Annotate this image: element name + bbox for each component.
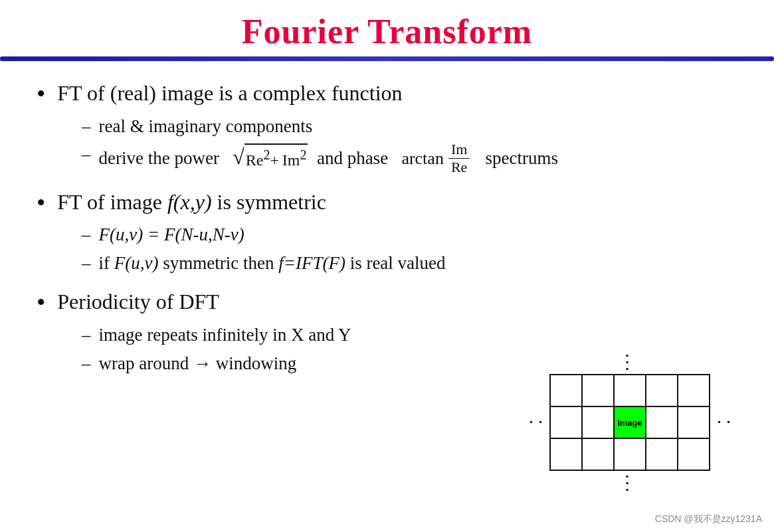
cell-empty (550, 375, 582, 406)
sub-dash-1-1: – (82, 113, 91, 140)
sub-bullet-3-1: – image repeats infinitely in X and Y (82, 321, 737, 349)
cell-empty (646, 406, 678, 438)
grid-diagram: ⋮ · · Image (522, 353, 737, 492)
sub-bullet-1-1: – real & imaginary components (82, 113, 737, 140)
bullet-text-2: FT of image f(x,y) is symmetric (57, 189, 326, 217)
title-divider (0, 56, 774, 61)
fraction-im-re: Im Re (448, 141, 470, 177)
sub-bullet-2-2: – if F(u,v) symmetric then f=IFT(F) is r… (82, 250, 737, 277)
sub-text-2-1: F(u,v) = F(N-u,N-v) (99, 221, 244, 248)
cell-empty (582, 438, 614, 470)
title-area: Fourier Transform (0, 0, 774, 56)
table-row (550, 375, 710, 406)
bullet-text-3: Periodicity of DFT (57, 288, 219, 316)
cell-image: Image (614, 406, 646, 438)
bullet-dot-1: • (37, 81, 45, 106)
cell-empty (678, 438, 710, 470)
sub-text-3-1: image repeats infinitely in X and Y (99, 321, 351, 349)
sub-text-2-2: if F(u,v) symmetric then f=IFT(F) is rea… (99, 250, 446, 277)
sub-dash-1-2: – (82, 141, 91, 168)
grid-dots-top: ⋮ (618, 353, 642, 371)
watermark: CSDN @我不是zzy1231A (655, 513, 762, 525)
sub-text-3-2: wrap around → windowing (99, 350, 297, 377)
sub-dash-2-1: – (82, 221, 91, 248)
slide-title: Fourier Transform (242, 13, 532, 50)
sub-text-1-1: real & imaginary components (99, 113, 313, 140)
fift-italic: f=IFT(F) (278, 253, 345, 273)
section-1: • FT of (real) image is a complex functi… (37, 80, 737, 177)
grid-dots-right: · · (717, 412, 731, 433)
cell-empty (582, 406, 614, 438)
fraction-denominator: Re (448, 159, 470, 176)
bullet-dot-2: • (37, 190, 45, 215)
bullet-main-1: • FT of (real) image is a complex functi… (37, 80, 737, 108)
fuv-italic: F(u,v) (114, 253, 159, 273)
arctan-group: arctan Im Re (401, 141, 472, 177)
content-area: • FT of (real) image is a complex functi… (0, 73, 774, 395)
slide-container: Fourier Transform • FT of (real) image i… (0, 0, 774, 532)
cell-empty (646, 438, 678, 470)
cell-empty (550, 406, 582, 438)
fraction-numerator: Im (448, 141, 470, 159)
cell-empty (550, 438, 582, 470)
cell-empty (614, 438, 646, 470)
sub-dash-3-2: – (82, 350, 91, 377)
bullet-main-3: • Periodicity of DFT (37, 288, 737, 316)
grid-dots-bottom: ⋮ (618, 474, 642, 492)
bullet-text-1: FT of (real) image is a complex function (57, 80, 402, 108)
sqrt-wrapper: √ Re2+ Im2 (233, 143, 308, 171)
sub-bullet-1-2: – derive the power √ Re2+ Im2 and phase … (82, 141, 737, 177)
sub-dash-2-2: – (82, 250, 91, 277)
sub-bullets-2: – F(u,v) = F(N-u,N-v) – if F(u,v) symmet… (82, 221, 737, 276)
spectrums-text: spectrums (476, 148, 558, 168)
bullet-main-2: • FT of image f(x,y) is symmetric (37, 189, 737, 217)
cell-empty (582, 375, 614, 406)
grid-middle-row: · · Image (522, 374, 737, 471)
bullet-dot-3: • (37, 290, 45, 315)
cell-empty (678, 406, 710, 438)
cell-empty (678, 375, 710, 406)
grid-dots-left: · · (529, 412, 543, 433)
sub-bullets-1: – real & imaginary components – derive t… (82, 113, 737, 177)
sub-dash-3-1: – (82, 321, 91, 349)
and-phase-text: and phase (312, 148, 397, 168)
fxy-italic: f(x,y) (167, 190, 212, 214)
cell-empty (614, 375, 646, 406)
table-row (550, 438, 710, 470)
cell-empty (646, 375, 678, 406)
grid-table: Image (549, 374, 710, 471)
sub-text-1-2: derive the power √ Re2+ Im2 and phase ar… (99, 141, 559, 177)
table-row: Image (550, 406, 710, 438)
sub-bullet-2-1: – F(u,v) = F(N-u,N-v) (82, 221, 737, 248)
sqrt-content: Re2+ Im2 (244, 143, 308, 172)
sqrt-symbol: √ (233, 146, 244, 167)
section-2: • FT of image f(x,y) is symmetric – F(u,… (37, 189, 737, 277)
